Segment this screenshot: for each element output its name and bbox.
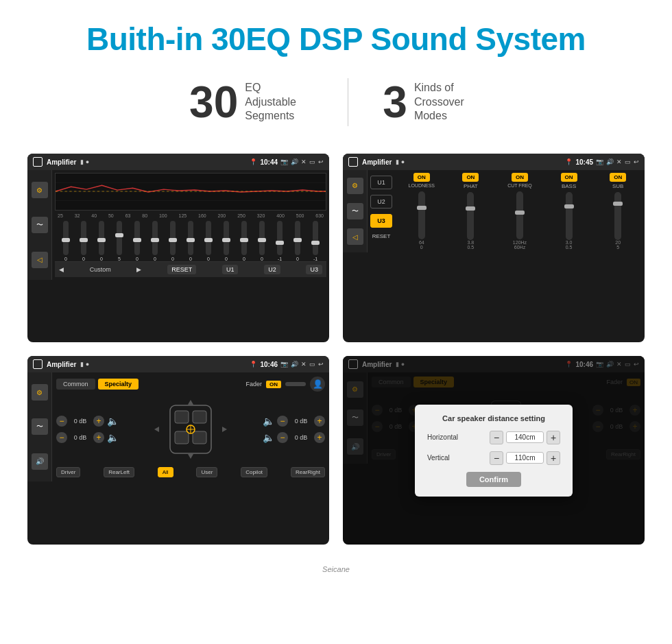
crossover-sidebar-eq-btn[interactable]: ⚙ <box>347 178 363 194</box>
vol-plus-tr[interactable]: + <box>314 416 325 427</box>
eq-slider-track-4[interactable] <box>134 221 140 255</box>
vol-minus-tl[interactable]: − <box>56 416 67 427</box>
vol-plus-tl[interactable]: + <box>93 416 104 427</box>
eq-slider-track-13[interactable] <box>295 221 300 255</box>
eq-slider-track-5[interactable] <box>152 221 158 255</box>
cutfreq-toggle[interactable]: ON <box>512 173 528 182</box>
specialty-home-icon[interactable] <box>33 359 43 369</box>
seat-rearleft-btn[interactable]: RearLeft <box>104 467 134 477</box>
loudness-slider[interactable] <box>418 191 425 239</box>
crossover-sidebar-vol-btn[interactable]: ◁ <box>347 228 363 245</box>
vol-plus-bl[interactable]: + <box>93 432 104 443</box>
seat-all-btn[interactable]: All <box>158 467 173 477</box>
eq-slider-10: 0 <box>241 221 247 261</box>
vol-plus-br[interactable]: + <box>314 432 325 443</box>
eq-next-btn[interactable]: ▶ <box>136 266 141 273</box>
eq-sidebar-vol-btn[interactable]: ◁ <box>32 252 48 268</box>
specialty-win-icon: ▭ <box>309 361 315 368</box>
eq-status-left: Amplifier ▮ ● <box>33 157 89 167</box>
vol-minus-bl[interactable]: − <box>56 432 67 443</box>
bass-label: BASS <box>562 183 576 189</box>
crossover-reset-label[interactable]: RESET <box>372 233 391 239</box>
fader-toggle[interactable]: ON <box>266 381 281 388</box>
eq-u2-btn[interactable]: U2 <box>264 265 280 274</box>
freq-80: 80 <box>142 213 147 218</box>
eq-slider-12: -1 <box>277 221 283 261</box>
loudness-toggle[interactable]: ON <box>413 173 430 182</box>
dialog-horizontal-plus[interactable]: + <box>547 431 560 444</box>
crossover-preset-col: U1 U2 U3 RESET <box>368 170 395 252</box>
crossover-sidebar: ⚙ 〜 ◁ <box>343 170 368 252</box>
dialog-vertical-minus[interactable]: − <box>490 451 503 465</box>
eq-u3-btn[interactable]: U3 <box>306 265 322 274</box>
seat-driver-btn[interactable]: Driver <box>56 467 80 477</box>
crossover-sidebar-wave-btn[interactable]: 〜 <box>347 203 363 219</box>
dialog-confirm-button[interactable]: Confirm <box>466 472 521 487</box>
sub-slider[interactable] <box>614 192 621 240</box>
home-icon[interactable] <box>33 157 43 167</box>
dialog-vertical-plus[interactable]: + <box>547 451 560 465</box>
eq-slider-track-14[interactable] <box>313 221 318 255</box>
freq-25: 25 <box>58 213 63 218</box>
crossover-u1-btn[interactable]: U1 <box>370 176 392 189</box>
freq-100: 100 <box>159 213 167 218</box>
eq-slider-track-11[interactable] <box>259 221 265 255</box>
specialty-status-icons: ▮ ● <box>80 361 89 368</box>
eq-u1-btn[interactable]: U1 <box>222 265 239 274</box>
stat-crossover-label: Kinds ofCrossover Modes <box>414 81 483 123</box>
eq-slider-track-7[interactable] <box>188 221 193 255</box>
eq-status-right: 📍 10:44 📷 🔊 ✕ ▭ ↩ <box>250 158 324 166</box>
channel-cutfreq: ON CUT FREQ 120Hz 60Hz <box>496 173 544 250</box>
bass-val-bot: 0.5 <box>566 245 573 250</box>
channel-phat: ON PHAT 3.8 0.5 <box>447 173 495 250</box>
eq-slider-track-10[interactable] <box>241 221 247 255</box>
eq-slider-0: 0 <box>63 221 69 261</box>
vol-row-br: 🔈 − 0 dB + <box>263 432 325 443</box>
svg-rect-8 <box>193 431 206 444</box>
eq-pin-icon: 📍 <box>250 158 257 165</box>
specialty-sidebar-eq-btn[interactable]: ⚙ <box>32 384 48 401</box>
seat-user-btn[interactable]: User <box>196 467 217 477</box>
eq-slider-track-6[interactable] <box>170 221 176 255</box>
seat-rearright-btn[interactable]: RearRight <box>291 467 325 477</box>
eq-content: ⚙ 〜 ◁ <box>27 170 329 280</box>
cutfreq-slider[interactable] <box>516 191 523 239</box>
phat-slider[interactable] <box>467 192 474 240</box>
eq-slider-track-8[interactable] <box>206 221 211 255</box>
eq-sidebar-wave-btn[interactable]: 〜 <box>32 217 48 233</box>
specialty-sidebar-wave-btn[interactable]: 〜 <box>32 418 48 435</box>
eq-prev-btn[interactable]: ◀ <box>59 266 64 273</box>
dialog-horizontal-minus[interactable]: − <box>490 431 503 444</box>
eq-sidebar-eq-icon: ⚙ <box>36 187 43 194</box>
seat-copilot-btn[interactable]: Copilot <box>241 467 267 477</box>
crossover-u3-btn[interactable]: U3 <box>370 214 392 228</box>
eq-slider-track-9[interactable] <box>224 221 229 255</box>
crossover-status-left: Amplifier ▮ ● <box>348 157 405 167</box>
bass-toggle[interactable]: ON <box>561 173 577 182</box>
tab-common[interactable]: Common <box>56 379 95 390</box>
eq-sidebar-eq-btn[interactable]: ⚙ <box>32 182 48 198</box>
sub-toggle[interactable]: ON <box>610 173 626 182</box>
sub-label: SUB <box>612 183 623 189</box>
specialty-sidebar-vol-btn[interactable]: 🔊 <box>32 453 48 470</box>
eq-slider-track-3[interactable] <box>117 221 122 255</box>
eq-sidebar: ⚙ 〜 ◁ <box>27 170 52 280</box>
crossover-u2-btn[interactable]: U2 <box>370 195 392 208</box>
eq-slider-track-2[interactable] <box>99 221 104 255</box>
vol-minus-br[interactable]: − <box>277 432 288 443</box>
fader-slider[interactable] <box>285 382 306 386</box>
eq-graph <box>55 173 326 211</box>
bass-slider[interactable] <box>566 192 573 240</box>
phat-toggle[interactable]: ON <box>462 173 479 182</box>
crossover-home-icon[interactable] <box>348 157 358 167</box>
page-header: Buith-in 30EQ DSP Sound System <box>0 0 672 71</box>
vol-minus-tr[interactable]: − <box>277 416 288 427</box>
vol-row-tr: 🔈 − 0 dB + <box>263 416 325 427</box>
crossover-sidebar-wave-icon: 〜 <box>352 206 359 216</box>
eq-slider-track-12[interactable] <box>277 221 283 255</box>
channel-sub: ON SUB 20 5 <box>594 173 642 250</box>
tab-specialty[interactable]: Specialty <box>98 379 139 390</box>
eq-reset-btn[interactable]: RESET <box>167 265 196 274</box>
eq-slider-track-0[interactable] <box>63 221 69 255</box>
eq-slider-track-1[interactable] <box>81 221 86 255</box>
